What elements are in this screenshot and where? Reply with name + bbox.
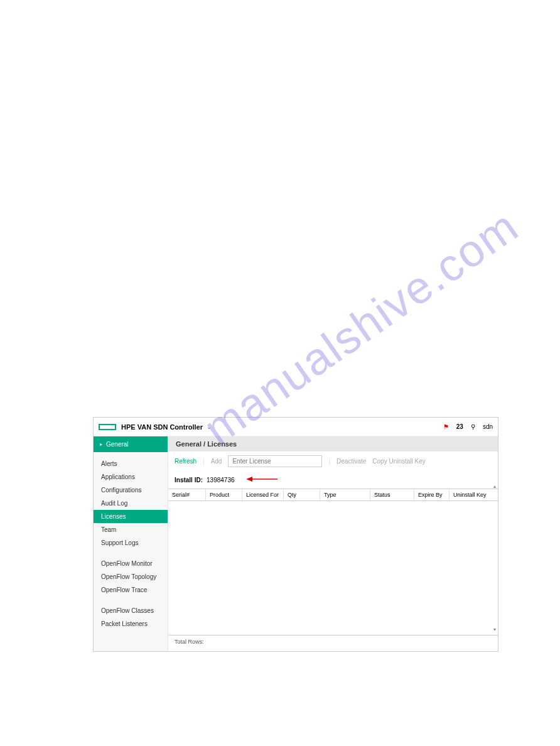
- th-expire-by[interactable]: Expire By: [414, 489, 450, 500]
- toolbar-divider: |: [328, 458, 330, 465]
- install-id-label: Install ID:: [175, 477, 203, 484]
- app-window: HPE VAN SDN Controller ⌄ ⚑ 23 ⚲ sdn ▸ Ge…: [93, 417, 498, 652]
- sidebar: ▸ General Alerts Applications Configurat…: [94, 436, 168, 651]
- scroll-down-icon[interactable]: ▾: [493, 627, 497, 632]
- chevron-right-icon: ▸: [100, 441, 102, 447]
- th-product[interactable]: Product: [206, 489, 242, 500]
- th-licensed-for[interactable]: Licensed For: [242, 489, 284, 500]
- sidebar-section-header[interactable]: ▸ General: [94, 436, 168, 452]
- sidebar-item-openflow-monitor[interactable]: OpenFlow Monitor: [94, 557, 168, 570]
- copy-uninstall-key-button[interactable]: Copy Uninstall Key: [372, 458, 425, 465]
- user-label: sdn: [483, 423, 493, 430]
- sidebar-item-audit-log[interactable]: Audit Log: [94, 497, 168, 510]
- top-bar-right: ⚑ 23 ⚲ sdn: [443, 423, 493, 430]
- svg-marker-1: [246, 477, 252, 482]
- scroll-up-icon[interactable]: ▴: [493, 484, 497, 489]
- scrollbar[interactable]: ▴ ▾: [493, 484, 497, 632]
- table-header-row: Serial# Product Licensed For Qty Type St…: [168, 489, 498, 501]
- table-body: [168, 501, 498, 635]
- sidebar-group-1: Alerts Applications Configurations Audit…: [94, 452, 168, 552]
- app-title: HPE VAN SDN Controller: [121, 423, 203, 431]
- license-input[interactable]: [228, 455, 322, 467]
- sidebar-item-applications[interactable]: Applications: [94, 470, 168, 484]
- sidebar-item-openflow-classes[interactable]: OpenFlow Classes: [94, 604, 168, 617]
- deactivate-button[interactable]: Deactivate: [337, 458, 366, 465]
- add-button[interactable]: Add: [211, 458, 222, 465]
- install-id-value: 13984736: [207, 477, 235, 484]
- flag-icon[interactable]: ⚑: [443, 423, 449, 430]
- main-layout: ▸ General Alerts Applications Configurat…: [94, 436, 498, 651]
- th-status[interactable]: Status: [370, 489, 414, 500]
- refresh-button[interactable]: Refresh: [175, 458, 197, 465]
- sidebar-item-openflow-topology[interactable]: OpenFlow Topology: [94, 570, 168, 583]
- content-area: General / Licenses Refresh | Add | Deact…: [168, 436, 498, 651]
- chevron-down-icon[interactable]: ⌄: [207, 424, 212, 430]
- top-bar: HPE VAN SDN Controller ⌄ ⚑ 23 ⚲ sdn: [94, 418, 498, 436]
- sidebar-item-configurations[interactable]: Configurations: [94, 484, 168, 497]
- total-rows-label: Total Rows:: [175, 639, 204, 645]
- toolbar: Refresh | Add | Deactivate Copy Uninstal…: [168, 451, 498, 471]
- sidebar-section-label: General: [106, 441, 129, 448]
- hpe-logo: [99, 424, 116, 430]
- watermark-text: manualshive.com: [195, 200, 528, 455]
- install-id-row: Install ID: 13984736: [168, 471, 498, 489]
- toolbar-divider: |: [203, 458, 205, 465]
- th-serial[interactable]: Serial#: [168, 489, 206, 500]
- breadcrumb: General / Licenses: [168, 436, 498, 451]
- sidebar-item-support-logs[interactable]: Support Logs: [94, 536, 168, 549]
- sidebar-group-3: OpenFlow Classes Packet Listeners: [94, 599, 168, 633]
- sidebar-item-openflow-trace[interactable]: OpenFlow Trace: [94, 583, 168, 597]
- th-uninstall-key[interactable]: Uninstall Key: [450, 489, 498, 500]
- user-icon[interactable]: ⚲: [471, 423, 475, 430]
- sidebar-group-2: OpenFlow Monitor OpenFlow Topology OpenF…: [94, 552, 168, 599]
- sidebar-item-packet-listeners[interactable]: Packet Listeners: [94, 617, 168, 630]
- sidebar-item-licenses[interactable]: Licenses: [94, 510, 168, 523]
- notification-count: 23: [456, 423, 463, 430]
- footer-bar: Total Rows:: [168, 635, 498, 651]
- sidebar-item-team[interactable]: Team: [94, 523, 168, 536]
- th-qty[interactable]: Qty: [284, 489, 320, 500]
- sidebar-item-alerts[interactable]: Alerts: [94, 457, 168, 470]
- th-type[interactable]: Type: [320, 489, 370, 500]
- arrow-annotation-icon: [246, 476, 277, 484]
